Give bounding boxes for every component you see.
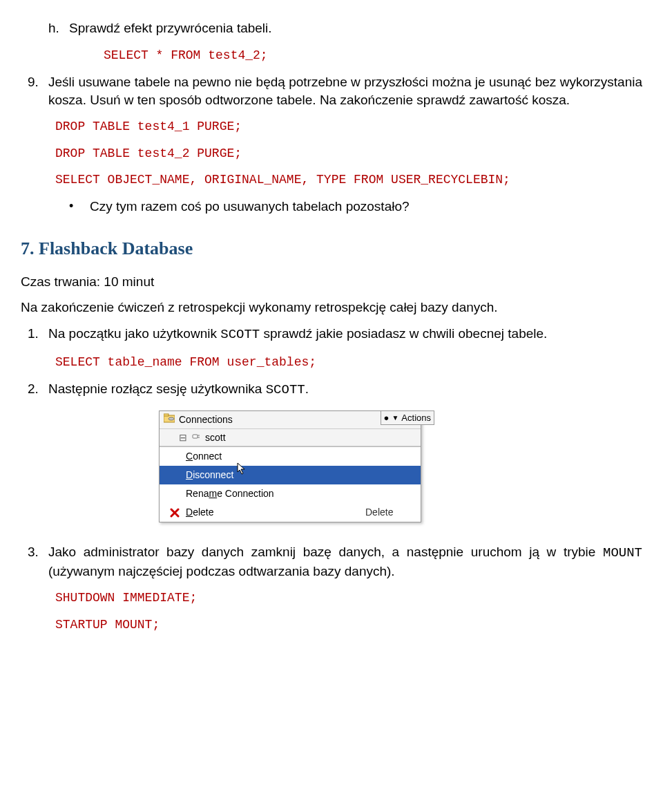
marker-3: 3. bbox=[21, 543, 48, 580]
menu-delete-label: Delete bbox=[183, 506, 365, 519]
menu-delete-shortcut: Delete bbox=[365, 506, 414, 519]
text-3-mono: MOUNT bbox=[603, 545, 642, 560]
text-2-after: . bbox=[305, 381, 309, 396]
tree-node-scott[interactable]: ⊟ scott bbox=[160, 429, 421, 447]
marker-2: 2. bbox=[21, 380, 48, 399]
menu-item-rename[interactable]: Rename Connection bbox=[160, 484, 421, 503]
intro-text: Na zakończenie ćwiczeń z retrospekcji wy… bbox=[21, 299, 642, 317]
menu-rename-label: Rename Connection bbox=[183, 487, 365, 500]
text-3: Jako administrator bazy danych zamknij b… bbox=[48, 543, 642, 580]
list-item-h: h. Sprawdź efekt przywrócenia tabeli. bbox=[21, 19, 642, 37]
text-3-before: Jako administrator bazy danych zamknij b… bbox=[48, 545, 603, 559]
menu-item-delete[interactable]: Delete Delete bbox=[160, 503, 421, 522]
svg-rect-3 bbox=[193, 435, 198, 438]
bullet-9: • Czy tym razem coś po usuwanych tabelac… bbox=[69, 198, 642, 216]
menu-item-connect[interactable]: Connect bbox=[160, 447, 421, 466]
code-9a: DROP TABLE test4_1 PURGE; bbox=[55, 118, 642, 135]
text-2: Następnie rozłącz sesję użytkownika SCOT… bbox=[48, 380, 642, 399]
database-folder-icon bbox=[164, 413, 175, 426]
tree-node-label: scott bbox=[205, 431, 226, 444]
list-item-3: 3. Jako administrator bazy danych zamkni… bbox=[21, 543, 642, 580]
marker-9: 9. bbox=[21, 73, 48, 108]
text-1-after: sprawdź jakie posiadasz w chwili obecnej… bbox=[260, 326, 547, 341]
marker-h: h. bbox=[21, 19, 69, 37]
tree-expand-icon: ⊟ bbox=[179, 431, 187, 444]
text-1: Na początku jako użytkownik SCOTT sprawd… bbox=[48, 325, 642, 344]
text-2-mono: SCOTT bbox=[266, 382, 305, 397]
svg-point-2 bbox=[169, 417, 174, 420]
svg-rect-1 bbox=[164, 414, 169, 416]
text-9: Jeśli usuwane tabele na pewno nie będą p… bbox=[48, 73, 642, 108]
code-1: SELECT table_name FROM user_tables; bbox=[55, 354, 642, 370]
marker-1: 1. bbox=[21, 325, 48, 344]
bullet-dot-icon: • bbox=[69, 198, 90, 216]
list-item-2: 2. Następnie rozłącz sesję użytkownika S… bbox=[21, 380, 642, 399]
text-3-after: (używanym najczęściej podczas odtwarzani… bbox=[48, 564, 395, 578]
chevron-down-icon: ▼ bbox=[392, 413, 398, 423]
menu-disconnect-label: Disconnect bbox=[183, 469, 365, 482]
list-item-1: 1. Na początku jako użytkownik SCOTT spr… bbox=[21, 325, 642, 344]
bullet-icon: ● bbox=[384, 412, 390, 424]
list-item-9: 9. Jeśli usuwane tabele na pewno nie będ… bbox=[21, 73, 642, 108]
bullet-9-text: Czy tym razem coś po usuwanych tabelach … bbox=[90, 198, 642, 216]
delete-x-icon bbox=[166, 508, 183, 518]
actions-label: Actions bbox=[401, 412, 431, 424]
text-1-before: Na początku jako użytkownik bbox=[48, 326, 220, 341]
plug-icon bbox=[191, 431, 201, 444]
code-9c: SELECT OBJECT_NAME, ORIGINAL_NAME, TYPE … bbox=[55, 171, 642, 188]
context-menu-screenshot: ● ▼ Actions Connections ⊟ scott Connect bbox=[159, 410, 421, 522]
code-3b: STARTUP MOUNT; bbox=[55, 616, 642, 633]
menu-item-disconnect[interactable]: Disconnect bbox=[160, 466, 421, 484]
menu-connect-label: Connect bbox=[183, 450, 365, 463]
code-h: SELECT * FROM test4_2; bbox=[104, 47, 642, 64]
code-9b: DROP TABLE test4_2 PURGE; bbox=[55, 145, 642, 162]
actions-dropdown[interactable]: ● ▼ Actions bbox=[381, 410, 434, 426]
text-h: Sprawdź efekt przywrócenia tabeli. bbox=[69, 19, 642, 37]
section-heading-7: 7. Flashback Database bbox=[21, 236, 642, 261]
duration-text: Czas trwania: 10 minut bbox=[21, 273, 642, 291]
code-3a: SHUTDOWN IMMEDIATE; bbox=[55, 589, 642, 606]
tree-root-label: Connections bbox=[179, 413, 233, 426]
text-1-mono: SCOTT bbox=[220, 327, 260, 342]
text-2-before: Następnie rozłącz sesję użytkownika bbox=[48, 381, 266, 396]
